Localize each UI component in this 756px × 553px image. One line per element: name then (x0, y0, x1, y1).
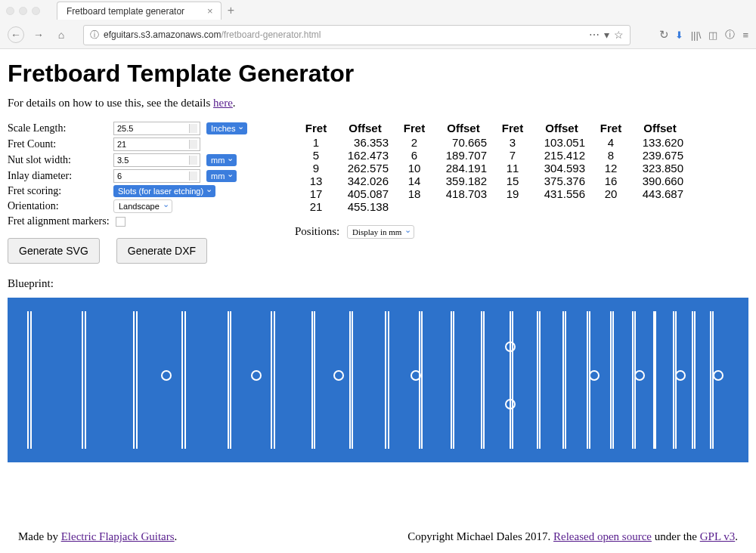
nut-slot-unit[interactable]: mm (206, 154, 237, 166)
fret-num: 6 (393, 149, 435, 162)
zoom-window[interactable] (32, 7, 40, 15)
generate-dxf-button[interactable]: Generate DXF (116, 238, 207, 264)
bookmark-icon[interactable]: ☆ (614, 29, 624, 41)
fret-offset (435, 200, 491, 213)
fret-line (451, 311, 452, 449)
col-fret-header: Fret (295, 122, 337, 136)
scale-length-input[interactable]: 25.5 (113, 122, 200, 135)
footer: Made by Electric Flapjack Guitars. Copyr… (8, 530, 748, 543)
scale-length-unit[interactable]: Inches (206, 122, 247, 134)
url-host: efguitars.s3.amazonaws.com (104, 29, 221, 40)
inlay-diameter-input[interactable]: 6 (113, 169, 200, 183)
fret-line (314, 311, 315, 449)
fret-scoring-select[interactable]: Slots (for laser etching) (113, 185, 215, 197)
fret-line (562, 311, 564, 449)
fret-offset: 239.675 (632, 149, 688, 162)
fret-line (82, 311, 83, 449)
footer-maker-link[interactable]: Electric Flapjack Guitars (61, 530, 175, 542)
fret-num: 3 (491, 136, 534, 149)
fret-count-input[interactable]: 21 (113, 137, 200, 151)
form-column: Scale Length: 25.5 Inches Fret Count: 21… (8, 122, 265, 264)
inlay-diameter-label: Inlay diameter: (8, 170, 113, 182)
fret-offset: 70.665 (435, 136, 491, 149)
traffic-lights (6, 7, 40, 15)
url-bar[interactable]: ⓘ efguitars.s3.amazonaws.com /fretboard-… (83, 25, 631, 45)
fret-offset: 418.703 (435, 187, 491, 200)
fret-num: 12 (590, 162, 632, 175)
fret-num: 4 (590, 136, 632, 149)
footer-license-link[interactable]: GPL v3 (700, 530, 736, 542)
fret-num (491, 200, 534, 213)
inlay-marker (251, 370, 262, 381)
fret-line (271, 311, 272, 449)
info-icon[interactable]: ⓘ (90, 29, 99, 42)
downloads-icon[interactable]: ⬇ (675, 29, 683, 41)
inlay-marker (333, 370, 344, 381)
inlay-marker (589, 370, 600, 381)
footer-opensource-link[interactable]: Released open source (553, 530, 652, 542)
minimize-window[interactable] (19, 7, 27, 15)
library-icon[interactable]: |||\ (691, 29, 702, 41)
fret-num: 21 (295, 200, 337, 213)
inlay-marker (505, 399, 516, 409)
reload-button[interactable]: ↻ (659, 28, 669, 42)
sidebar-icon[interactable]: ◫ (708, 29, 717, 41)
fret-line (632, 311, 634, 449)
fret-scoring-label: Fret scoring: (8, 185, 113, 197)
home-button[interactable]: ⌂ (53, 26, 70, 43)
fret-offset: 443.687 (632, 187, 688, 200)
inlay-marker (161, 370, 172, 381)
fret-offset: 431.556 (534, 187, 590, 200)
col-offset-header: Offset (337, 122, 393, 136)
fret-offset: 262.575 (337, 162, 393, 175)
col-offset-header: Offset (632, 122, 688, 136)
fret-offset: 284.191 (435, 162, 491, 175)
orientation-select[interactable]: Landscape (113, 199, 172, 213)
fret-line (673, 311, 674, 449)
details-link[interactable]: here (213, 97, 233, 109)
fret-offset (534, 200, 590, 213)
fret-line (481, 311, 482, 449)
back-button[interactable]: ← (8, 26, 24, 43)
fret-line (385, 311, 386, 449)
pocket-icon[interactable]: ▾ (604, 29, 609, 41)
fret-num: 15 (491, 175, 534, 187)
generate-svg-button[interactable]: Generate SVG (8, 238, 100, 264)
inlay-diameter-unit[interactable]: mm (206, 170, 237, 182)
fret-offset: 133.620 (632, 136, 688, 149)
fret-line (181, 311, 183, 449)
fret-num: 2 (393, 136, 435, 149)
fret-num (590, 200, 632, 213)
fret-line (421, 311, 423, 449)
menu-icon[interactable]: ≡ (742, 29, 748, 41)
more-icon[interactable]: ⋯ (589, 29, 600, 41)
fret-num: 13 (295, 175, 337, 187)
browser-tab[interactable]: Fretboard template generator × (57, 2, 222, 20)
fret-line (27, 311, 29, 449)
inlay-marker (713, 370, 723, 381)
alignment-markers-checkbox[interactable] (116, 217, 125, 227)
close-window[interactable] (6, 7, 14, 15)
nut-slot-input[interactable]: 3.5 (113, 153, 200, 167)
fret-line (510, 311, 511, 449)
fret-offset: 455.138 (337, 200, 393, 213)
fret-offset (632, 200, 688, 213)
fret-line (692, 311, 693, 449)
fret-line (710, 311, 711, 449)
fret-line (133, 311, 135, 449)
fret-num (393, 200, 435, 213)
fret-line (655, 311, 656, 449)
account-icon[interactable]: ⓘ (725, 28, 735, 42)
new-tab-button[interactable]: + (228, 4, 234, 17)
positions-label: Positions: (295, 225, 339, 237)
close-tab-icon[interactable]: × (207, 5, 213, 17)
fret-line (453, 311, 454, 449)
fret-offset: 189.707 (435, 149, 491, 162)
inlay-marker (675, 370, 686, 381)
fret-offset-table: FretOffsetFretOffsetFretOffsetFretOffset… (295, 122, 748, 213)
fret-offset: 215.412 (534, 149, 590, 162)
fret-line (612, 311, 614, 449)
positions-select[interactable]: Display in mm (347, 225, 414, 239)
fret-num: 20 (590, 187, 632, 200)
forward-button[interactable]: → (30, 26, 47, 43)
